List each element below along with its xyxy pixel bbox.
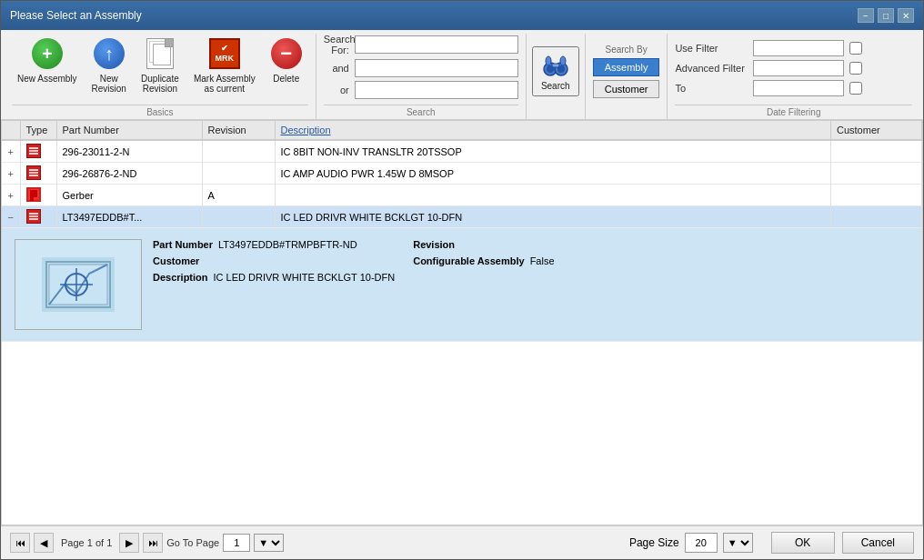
close-button[interactable]: ✕	[898, 8, 914, 23]
detail-configurable: Configurable Assembly False	[413, 255, 554, 266]
customer-filter-button[interactable]: Customer	[593, 80, 660, 98]
row-desc-4: IC LED DRIVR WHITE BCKLGT 10-DFN	[275, 206, 831, 228]
basics-group: + New Assembly ↑ NewRevision	[5, 34, 316, 119]
row-expand-1[interactable]: +	[2, 140, 20, 163]
row-cust-1	[831, 140, 922, 163]
row-expand-4[interactable]: −	[2, 206, 20, 228]
table-row[interactable]: + Gerber A	[2, 185, 922, 206]
row-type-2	[20, 163, 56, 185]
table-row[interactable]: + 296-26876-2-ND IC AMP AUDIO PWR 1.45W …	[2, 163, 922, 185]
prev-page-button[interactable]: ◀	[34, 533, 54, 553]
or-row: or	[324, 81, 518, 99]
and-label: and	[324, 63, 349, 74]
footer-bar: ⏮ ◀ Page 1 of 1 ▶ ⏭ Go To Page ▼ Page Si…	[1, 525, 923, 559]
search-button[interactable]: Search	[532, 46, 579, 96]
page-size-area: Page Size ▼	[629, 533, 753, 553]
and-row: and	[324, 59, 518, 77]
row-cust-4	[831, 206, 922, 228]
detail-revision-label: Revision	[413, 239, 455, 250]
minimize-button[interactable]: −	[858, 8, 874, 23]
detail-configurable-label: Configurable Assembly	[413, 255, 524, 266]
toolbar: + New Assembly ↑ NewRevision	[1, 30, 923, 120]
col-description-header: Description	[275, 121, 831, 140]
row-desc-1: IC 8BIT NON-INV TRANSLTR 20TSSOP	[275, 140, 831, 163]
search-button-label: Search	[541, 81, 570, 91]
detail-fields: Part Number LT3497EDDB#TRMPBFTR-ND Custo…	[153, 239, 909, 330]
dialog-title: Please Select an Assembly	[10, 9, 142, 22]
to-input[interactable]	[753, 80, 844, 96]
next-page-button[interactable]: ▶	[119, 533, 139, 553]
title-bar-controls: − □ ✕	[858, 8, 914, 23]
to-checkbox[interactable]	[849, 82, 862, 95]
row-expand-2[interactable]: +	[2, 163, 20, 185]
table-header-row: Type Part Number Revision Description Cu…	[2, 121, 922, 140]
part-image	[15, 239, 142, 330]
svg-rect-2	[552, 64, 559, 67]
detail-customer: Customer	[153, 255, 395, 266]
row-type-3	[20, 185, 56, 206]
col-customer-header: Customer	[831, 121, 922, 140]
last-page-button[interactable]: ⏭	[143, 533, 163, 553]
new-assembly-icon: +	[31, 37, 64, 70]
col-revision-header: Revision	[202, 121, 275, 140]
date-filtering-label: Date Filtering	[675, 105, 912, 117]
to-row: To	[675, 80, 862, 96]
advanced-filter-checkbox[interactable]	[849, 62, 862, 75]
show-last-input[interactable]	[753, 40, 844, 56]
row-desc-3	[275, 185, 831, 206]
or-label: or	[324, 85, 349, 95]
filter-group: Use Filter Advanced Filter To Date Filte…	[668, 34, 919, 119]
page-size-input[interactable]	[685, 533, 718, 553]
table-row[interactable]: + 296-23011-2-N IC 8BIT NON-INV TRANSLTR…	[2, 140, 922, 163]
detail-customer-label: Customer	[153, 255, 199, 266]
detail-panel: Part Number LT3497EDDB#TRMPBFTR-ND Custo…	[11, 235, 912, 334]
ok-button[interactable]: OK	[771, 532, 835, 554]
col-expand	[2, 121, 20, 140]
row-rev-2	[202, 163, 275, 185]
detail-description: Description IC LED DRIVR WHITE BCKLGT 10…	[153, 272, 395, 283]
svg-point-6	[560, 56, 566, 65]
row-expand-3[interactable]: +	[2, 185, 20, 206]
cancel-button[interactable]: Cancel	[842, 532, 914, 554]
assembly-filter-button[interactable]: Assembly	[593, 58, 660, 76]
page-size-select[interactable]: ▼	[723, 533, 753, 553]
goto-select[interactable]: ▼	[254, 534, 284, 552]
goto-input[interactable]	[223, 534, 250, 552]
detail-configurable-value: False	[530, 255, 555, 266]
detail-description-value: IC LED DRIVR WHITE BCKLGT 10-DFN	[214, 272, 396, 283]
first-page-button[interactable]: ⏮	[10, 533, 30, 553]
delete-icon: −	[270, 37, 303, 70]
basics-group-label: Basics	[12, 105, 308, 117]
row-cust-3	[831, 185, 922, 206]
restore-button[interactable]: □	[878, 8, 894, 23]
new-assembly-button[interactable]: + New Assembly	[12, 34, 83, 99]
delete-button[interactable]: − Delete	[265, 34, 308, 99]
row-type-4	[20, 206, 56, 228]
binoculars-icon	[541, 52, 570, 81]
from-input[interactable]	[753, 60, 844, 76]
mark-assembly-button[interactable]: ✔MRK Mark Assemblyas current	[188, 34, 261, 99]
table-row-selected[interactable]: − LT3497EDDB#T... IC LED DRIVR WHITE BCK…	[2, 206, 922, 228]
svg-point-5	[546, 56, 551, 65]
row-rev-1	[202, 140, 275, 163]
use-filter-checkbox[interactable]	[849, 42, 862, 55]
or-input[interactable]	[355, 81, 518, 99]
duplicate-revision-button[interactable]: DuplicateRevision	[136, 34, 185, 99]
svg-point-4	[557, 65, 565, 73]
mark-assembly-icon: ✔MRK	[208, 37, 241, 70]
col-type-header: Type	[20, 121, 56, 140]
to-label: To	[675, 83, 748, 94]
svg-point-3	[547, 65, 554, 73]
and-input[interactable]	[355, 59, 518, 77]
goto-label: Go To Page	[166, 537, 219, 548]
use-filter-label: Use Filter	[675, 43, 748, 54]
detail-part-number-label: Part Number	[153, 239, 213, 250]
row-part-3: Gerber	[56, 185, 202, 206]
action-buttons: OK Cancel	[771, 532, 914, 554]
search-for-input[interactable]	[355, 35, 518, 54]
advanced-filter-row: Advanced Filter	[675, 60, 862, 76]
row-cust-2	[831, 163, 922, 185]
search-by-group: Search By Assembly Customer	[586, 34, 668, 119]
use-filter-row: Use Filter	[675, 40, 862, 56]
new-revision-button[interactable]: ↑ NewRevision	[86, 34, 132, 99]
